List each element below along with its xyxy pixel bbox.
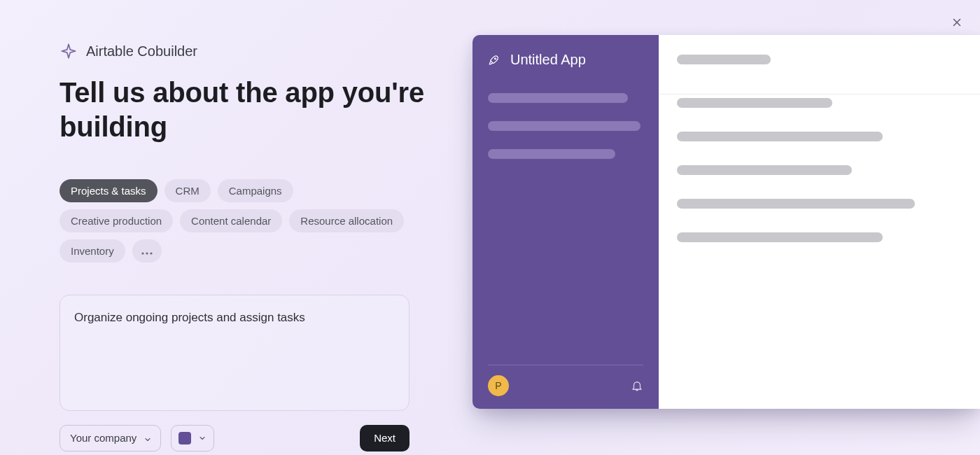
more-icon <box>141 245 153 257</box>
main-skeleton <box>677 98 832 108</box>
sidebar-skeleton <box>488 93 628 103</box>
main-skeleton <box>677 232 883 242</box>
rocket-icon <box>488 54 500 66</box>
sidebar-skeleton <box>488 121 640 131</box>
close-icon <box>951 16 963 31</box>
svg-point-3 <box>495 57 496 59</box>
app-preview: Untitled App P <box>472 35 980 409</box>
chip-campaigns[interactable]: Campaigns <box>218 179 293 202</box>
preview-sidebar-footer: P <box>488 365 643 396</box>
suggestion-chips: Projects & tasks CRM Campaigns Creative … <box>59 179 410 262</box>
main-skeleton <box>677 165 852 175</box>
chip-inventory[interactable]: Inventory <box>59 239 125 262</box>
next-button[interactable]: Next <box>360 425 410 451</box>
close-button[interactable] <box>949 15 965 31</box>
main-skeleton <box>677 199 915 209</box>
chip-creative-production[interactable]: Creative production <box>59 209 173 232</box>
preview-sidebar: Untitled App P <box>472 35 659 409</box>
brand-row: Airtable Cobuilder <box>59 42 438 60</box>
left-panel: Airtable Cobuilder Tell us about the app… <box>59 42 438 455</box>
chip-more[interactable] <box>132 239 162 262</box>
color-selector[interactable] <box>171 425 214 451</box>
preview-main <box>659 35 980 409</box>
chip-projects-tasks[interactable]: Projects & tasks <box>59 179 158 202</box>
chip-crm[interactable]: CRM <box>164 179 211 202</box>
chip-resource-allocation[interactable]: Resource allocation <box>289 209 404 232</box>
sidebar-skeleton <box>488 149 615 159</box>
preview-title: Untitled App <box>510 52 586 68</box>
bell-icon[interactable] <box>631 379 643 392</box>
main-skeleton-title <box>677 55 771 64</box>
company-selector[interactable]: Your company <box>59 425 161 451</box>
main-skeleton <box>677 132 883 141</box>
page-headline: Tell us about the app you're building <box>59 76 438 144</box>
divider <box>659 94 980 94</box>
prompt-input[interactable] <box>59 295 410 411</box>
preview-header: Untitled App <box>488 52 643 68</box>
chevron-down-icon <box>144 434 152 442</box>
color-swatch <box>178 432 191 444</box>
brand-name: Airtable Cobuilder <box>86 43 197 59</box>
chip-content-calendar[interactable]: Content calendar <box>180 209 282 232</box>
svg-point-1 <box>146 252 148 254</box>
company-selector-label: Your company <box>70 432 136 444</box>
controls-row: Your company Next <box>59 425 410 451</box>
chevron-down-icon <box>198 434 206 442</box>
svg-point-2 <box>150 252 152 254</box>
sparkle-icon <box>59 42 78 60</box>
svg-point-0 <box>141 252 144 254</box>
avatar[interactable]: P <box>488 375 509 396</box>
